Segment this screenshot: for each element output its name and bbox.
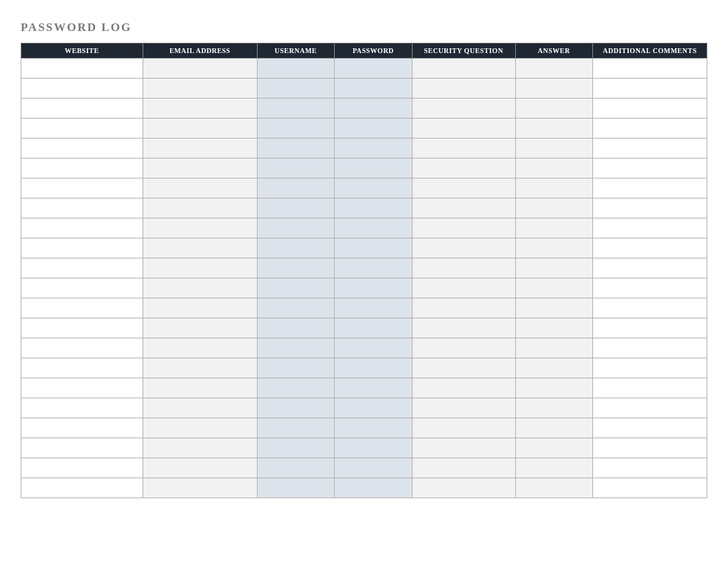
cell-website[interactable] xyxy=(21,198,143,218)
cell-comments[interactable] xyxy=(592,178,707,198)
cell-email[interactable] xyxy=(143,178,257,198)
cell-answer[interactable] xyxy=(515,79,592,99)
cell-comments[interactable] xyxy=(592,398,707,418)
cell-password[interactable] xyxy=(335,238,412,258)
cell-website[interactable] xyxy=(21,238,143,258)
cell-password[interactable] xyxy=(335,119,412,139)
cell-answer[interactable] xyxy=(515,458,592,478)
cell-website[interactable] xyxy=(21,158,143,178)
cell-email[interactable] xyxy=(143,458,257,478)
cell-security[interactable] xyxy=(412,438,515,458)
cell-comments[interactable] xyxy=(592,378,707,398)
cell-password[interactable] xyxy=(335,398,412,418)
cell-website[interactable] xyxy=(21,258,143,278)
cell-username[interactable] xyxy=(257,258,334,278)
cell-password[interactable] xyxy=(335,218,412,238)
cell-website[interactable] xyxy=(21,59,143,79)
cell-email[interactable] xyxy=(143,438,257,458)
cell-website[interactable] xyxy=(21,99,143,119)
cell-email[interactable] xyxy=(143,378,257,398)
cell-password[interactable] xyxy=(335,378,412,398)
cell-email[interactable] xyxy=(143,218,257,238)
cell-username[interactable] xyxy=(257,238,334,258)
cell-answer[interactable] xyxy=(515,59,592,79)
cell-username[interactable] xyxy=(257,139,334,158)
cell-answer[interactable] xyxy=(515,378,592,398)
cell-answer[interactable] xyxy=(515,298,592,318)
cell-website[interactable] xyxy=(21,438,143,458)
cell-email[interactable] xyxy=(143,338,257,358)
cell-comments[interactable] xyxy=(592,119,707,139)
cell-username[interactable] xyxy=(257,358,334,378)
cell-comments[interactable] xyxy=(592,478,707,498)
cell-email[interactable] xyxy=(143,478,257,498)
cell-answer[interactable] xyxy=(515,318,592,338)
cell-password[interactable] xyxy=(335,158,412,178)
cell-security[interactable] xyxy=(412,99,515,119)
cell-answer[interactable] xyxy=(515,198,592,218)
cell-comments[interactable] xyxy=(592,158,707,178)
cell-website[interactable] xyxy=(21,119,143,139)
cell-security[interactable] xyxy=(412,478,515,498)
cell-security[interactable] xyxy=(412,198,515,218)
cell-comments[interactable] xyxy=(592,318,707,338)
cell-password[interactable] xyxy=(335,258,412,278)
cell-website[interactable] xyxy=(21,318,143,338)
cell-security[interactable] xyxy=(412,178,515,198)
cell-password[interactable] xyxy=(335,358,412,378)
cell-username[interactable] xyxy=(257,318,334,338)
cell-password[interactable] xyxy=(335,338,412,358)
cell-comments[interactable] xyxy=(592,79,707,99)
cell-security[interactable] xyxy=(412,258,515,278)
cell-email[interactable] xyxy=(143,298,257,318)
cell-website[interactable] xyxy=(21,338,143,358)
cell-password[interactable] xyxy=(335,59,412,79)
cell-email[interactable] xyxy=(143,238,257,258)
cell-website[interactable] xyxy=(21,298,143,318)
cell-answer[interactable] xyxy=(515,418,592,438)
cell-answer[interactable] xyxy=(515,358,592,378)
cell-security[interactable] xyxy=(412,358,515,378)
cell-comments[interactable] xyxy=(592,139,707,158)
cell-username[interactable] xyxy=(257,338,334,358)
cell-comments[interactable] xyxy=(592,358,707,378)
cell-password[interactable] xyxy=(335,418,412,438)
cell-answer[interactable] xyxy=(515,119,592,139)
cell-password[interactable] xyxy=(335,318,412,338)
cell-comments[interactable] xyxy=(592,278,707,298)
cell-security[interactable] xyxy=(412,218,515,238)
cell-security[interactable] xyxy=(412,59,515,79)
cell-username[interactable] xyxy=(257,378,334,398)
cell-email[interactable] xyxy=(143,358,257,378)
cell-email[interactable] xyxy=(143,119,257,139)
cell-username[interactable] xyxy=(257,158,334,178)
cell-email[interactable] xyxy=(143,139,257,158)
cell-email[interactable] xyxy=(143,418,257,438)
cell-username[interactable] xyxy=(257,218,334,238)
cell-security[interactable] xyxy=(412,139,515,158)
cell-username[interactable] xyxy=(257,119,334,139)
cell-password[interactable] xyxy=(335,178,412,198)
cell-security[interactable] xyxy=(412,298,515,318)
cell-website[interactable] xyxy=(21,358,143,378)
cell-comments[interactable] xyxy=(592,59,707,79)
cell-username[interactable] xyxy=(257,458,334,478)
cell-password[interactable] xyxy=(335,79,412,99)
cell-username[interactable] xyxy=(257,59,334,79)
cell-email[interactable] xyxy=(143,258,257,278)
cell-security[interactable] xyxy=(412,158,515,178)
cell-website[interactable] xyxy=(21,79,143,99)
cell-username[interactable] xyxy=(257,278,334,298)
cell-comments[interactable] xyxy=(592,99,707,119)
cell-website[interactable] xyxy=(21,378,143,398)
cell-comments[interactable] xyxy=(592,338,707,358)
cell-website[interactable] xyxy=(21,458,143,478)
cell-answer[interactable] xyxy=(515,478,592,498)
cell-website[interactable] xyxy=(21,218,143,238)
cell-comments[interactable] xyxy=(592,458,707,478)
cell-email[interactable] xyxy=(143,398,257,418)
cell-comments[interactable] xyxy=(592,218,707,238)
cell-username[interactable] xyxy=(257,438,334,458)
cell-comments[interactable] xyxy=(592,198,707,218)
cell-security[interactable] xyxy=(412,318,515,338)
